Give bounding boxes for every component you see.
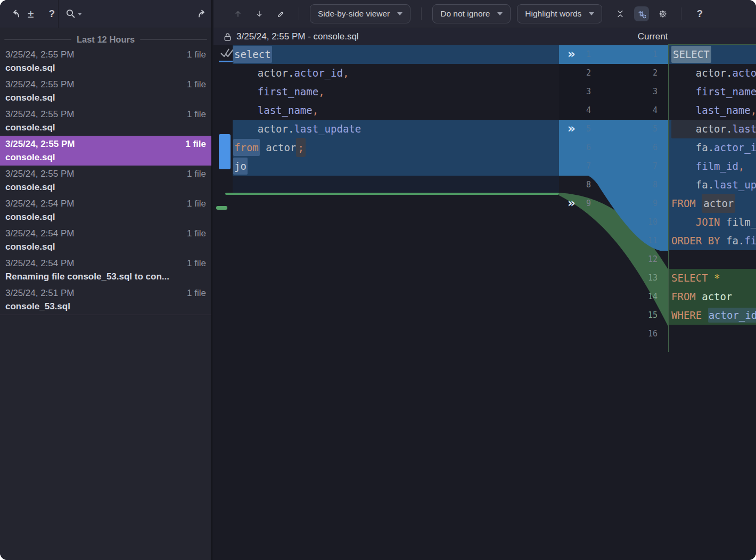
- revert-button[interactable]: [193, 5, 211, 23]
- code-token: actor: [266, 142, 296, 153]
- search-panel: [58, 0, 218, 28]
- line-number: 8: [634, 176, 658, 194]
- code-line: jo: [233, 157, 559, 176]
- code-token: FROM: [671, 291, 696, 302]
- chevron-down-icon: [397, 12, 402, 15]
- code-token: SELECT: [671, 272, 708, 284]
- undo-icon: [10, 8, 21, 20]
- revision-item[interactable]: 3/25/24, 2:55 PM1 fileconsole.sql: [0, 136, 211, 166]
- code-token: actor: [233, 67, 288, 79]
- line-number: 12: [634, 250, 658, 269]
- apply-change-chevron-icon[interactable]: »: [568, 194, 576, 213]
- code-line: last_name,: [669, 101, 756, 120]
- diff-gutter-strip: 12345678912345678910111213141516»»»: [559, 45, 668, 352]
- code-token: actor: [702, 194, 735, 213]
- search-options-caret-icon[interactable]: [78, 13, 82, 15]
- code-token: [696, 291, 702, 302]
- whitespace-ignore-dropdown[interactable]: Do not ignore: [432, 4, 511, 23]
- collapse-icon: [616, 8, 624, 20]
- previous-change-button[interactable]: [231, 6, 245, 21]
- code-token: SELECT: [671, 46, 711, 63]
- sync-scroll-button[interactable]: [634, 6, 649, 21]
- revision-label: Renaming file console_53.sql to con...: [5, 270, 206, 283]
- revision-item[interactable]: 3/25/24, 2:54 PM1 fileconsole.sql: [0, 225, 211, 255]
- insert-gutter-marker: [216, 206, 227, 210]
- code-token: WHERE: [671, 309, 702, 321]
- revision-date: 3/25/24, 2:55 PM: [5, 78, 74, 91]
- revision-item[interactable]: 3/25/24, 2:54 PM1 fileRenaming file cons…: [0, 255, 211, 285]
- code-token: ,: [751, 104, 756, 116]
- code-token: .: [738, 235, 744, 246]
- code-token: actor: [671, 67, 726, 79]
- toolbar-divider: [681, 7, 681, 20]
- lock-icon: [223, 32, 232, 42]
- revision-date: 3/25/24, 2:55 PM: [5, 167, 74, 180]
- revision-label: console.sql: [5, 240, 206, 253]
- left-code-pane[interactable]: select actor.actor_id, first_name, last_…: [233, 45, 559, 352]
- line-number: 11: [634, 232, 658, 250]
- revision-item[interactable]: 3/25/24, 2:55 PM1 fileconsole.sql: [0, 106, 211, 136]
- code-token: ;: [296, 138, 305, 157]
- code-token: .: [708, 179, 714, 191]
- show-diff-button[interactable]: ±: [24, 5, 37, 23]
- toolbar-divider: [299, 7, 299, 20]
- search-input[interactable]: [85, 9, 193, 19]
- viewer-mode-dropdown[interactable]: Side-by-side viewer: [310, 4, 410, 23]
- code-token: .: [726, 123, 732, 135]
- settings-button[interactable]: [655, 6, 670, 21]
- revision-item[interactable]: 3/25/24, 2:51 PM1 fileconsole_53.sql: [0, 285, 211, 315]
- line-number: 6: [568, 138, 591, 157]
- code-line: [233, 176, 559, 193]
- collapse-unchanged-button[interactable]: [613, 6, 628, 21]
- code-token: .: [708, 142, 714, 153]
- next-change-button[interactable]: [252, 6, 267, 21]
- code-token: last_name: [671, 104, 751, 116]
- whitespace-ignore-label: Do not ignore: [440, 9, 490, 19]
- code-token: film_id: [744, 235, 756, 246]
- change-bar-marker[interactable]: [219, 134, 231, 169]
- group-header-label: Last 12 Hours: [77, 35, 135, 45]
- line-number: 1: [634, 45, 658, 64]
- edit-button[interactable]: [273, 6, 288, 21]
- code-line: first_name,: [233, 83, 559, 101]
- code-token: fa: [671, 142, 708, 153]
- code-token: *: [714, 272, 720, 284]
- line-number: 14: [634, 287, 658, 306]
- revision-file-count: 1 file: [187, 197, 206, 210]
- apply-change-chevron-icon[interactable]: »: [568, 120, 576, 138]
- local-history-sidebar: ± ? Last 12 Hours 3/25/24, 2:55 PM: [0, 0, 212, 560]
- revision-item[interactable]: 3/25/24, 2:55 PM1 fileconsole.sql: [0, 46, 211, 76]
- viewer-mode-label: Side-by-side viewer: [318, 9, 390, 19]
- right-revision-title: Current: [607, 31, 698, 42]
- search-icon[interactable]: [65, 8, 77, 20]
- code-token: actor: [702, 291, 732, 302]
- code-line: JOIN film_actor fa: [669, 213, 756, 232]
- code-token: fa: [671, 179, 708, 191]
- line-number: 4: [568, 101, 591, 120]
- code-token: [720, 216, 726, 228]
- code-line: actor.last_update: [233, 120, 559, 138]
- revision-item[interactable]: 3/25/24, 2:55 PM1 fileconsole.sql: [0, 76, 211, 106]
- right-code-pane[interactable]: SELECT actor.actor_id, first_name, last_…: [669, 45, 756, 352]
- code-line: fa.actor_id,: [669, 138, 756, 157]
- insert-position-line: [225, 193, 559, 195]
- diff-toolbar: Side-by-side viewer Do not ignore Highli…: [213, 0, 756, 28]
- revision-file-count: 1 file: [187, 78, 206, 91]
- revision-date: 3/25/24, 2:55 PM: [5, 137, 75, 151]
- code-token: actor_id: [714, 142, 756, 153]
- code-token: last_update: [732, 123, 756, 135]
- revision-list: 3/25/24, 2:55 PM1 fileconsole.sql3/25/24…: [0, 46, 211, 315]
- code-token: actor: [233, 123, 288, 135]
- revision-date: 3/25/24, 2:54 PM: [5, 227, 74, 240]
- code-token: .: [288, 123, 294, 135]
- help-button[interactable]: ?: [46, 5, 59, 23]
- highlight-mode-dropdown[interactable]: Highlight words: [517, 4, 602, 23]
- revision-item[interactable]: 3/25/24, 2:54 PM1 fileconsole.sql: [0, 195, 211, 225]
- diff-help-button[interactable]: ?: [692, 6, 707, 21]
- code-line: SELECT: [669, 45, 756, 64]
- undo-button[interactable]: [6, 5, 24, 23]
- apply-change-chevron-icon[interactable]: »: [568, 45, 576, 64]
- line-number: 16: [634, 325, 658, 343]
- revision-item[interactable]: 3/25/24, 2:55 PM1 fileconsole.sql: [0, 166, 211, 195]
- diff-pane: Side-by-side viewer Do not ignore Highli…: [213, 0, 756, 560]
